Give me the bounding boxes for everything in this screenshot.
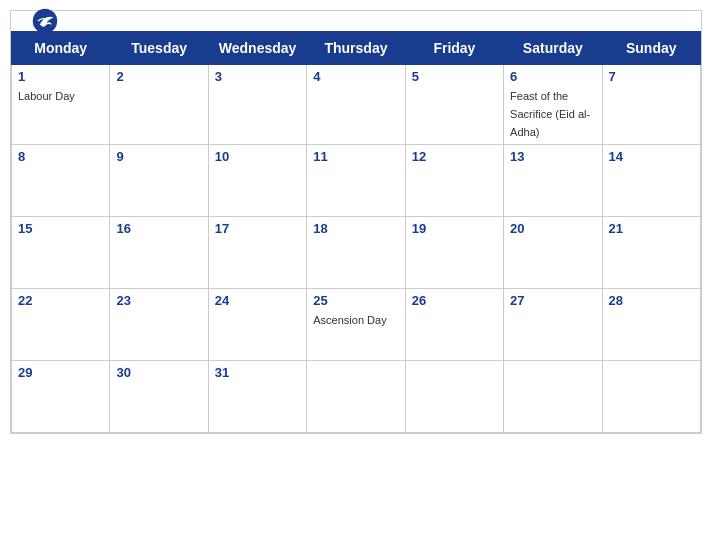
day-number: 10 bbox=[215, 149, 300, 164]
day-number: 20 bbox=[510, 221, 595, 236]
week-row-5: 293031 bbox=[12, 361, 701, 433]
calendar-cell: 12 bbox=[405, 145, 503, 217]
day-number: 12 bbox=[412, 149, 497, 164]
week-row-3: 15161718192021 bbox=[12, 217, 701, 289]
day-number: 14 bbox=[609, 149, 694, 164]
day-number: 31 bbox=[215, 365, 300, 380]
calendar-cell: 10 bbox=[208, 145, 306, 217]
calendar-cell bbox=[405, 361, 503, 433]
calendar-cell: 5 bbox=[405, 65, 503, 145]
calendar-cell: 25Ascension Day bbox=[307, 289, 405, 361]
day-number: 24 bbox=[215, 293, 300, 308]
calendar-cell: 21 bbox=[602, 217, 700, 289]
calendar-cell: 22 bbox=[12, 289, 110, 361]
day-number: 5 bbox=[412, 69, 497, 84]
calendar-cell: 3 bbox=[208, 65, 306, 145]
calendar-cell: 4 bbox=[307, 65, 405, 145]
day-number: 28 bbox=[609, 293, 694, 308]
calendar-cell: 20 bbox=[504, 217, 602, 289]
calendar-cell: 17 bbox=[208, 217, 306, 289]
calendar-container: MondayTuesdayWednesdayThursdayFridaySatu… bbox=[10, 10, 702, 434]
calendar-header bbox=[11, 11, 701, 31]
day-number: 22 bbox=[18, 293, 103, 308]
calendar-cell: 29 bbox=[12, 361, 110, 433]
day-number: 2 bbox=[116, 69, 201, 84]
day-number: 19 bbox=[412, 221, 497, 236]
day-number: 23 bbox=[116, 293, 201, 308]
week-row-2: 891011121314 bbox=[12, 145, 701, 217]
calendar-cell: 19 bbox=[405, 217, 503, 289]
calendar-cell: 30 bbox=[110, 361, 208, 433]
calendar-cell: 27 bbox=[504, 289, 602, 361]
day-number: 8 bbox=[18, 149, 103, 164]
day-number: 3 bbox=[215, 69, 300, 84]
weekday-header-sunday: Sunday bbox=[602, 32, 700, 65]
day-number: 1 bbox=[18, 69, 103, 84]
day-number: 9 bbox=[116, 149, 201, 164]
calendar-cell: 2 bbox=[110, 65, 208, 145]
day-number: 6 bbox=[510, 69, 595, 84]
weekday-header-saturday: Saturday bbox=[504, 32, 602, 65]
holiday-label: Feast of the Sacrifice (Eid al-Adha) bbox=[510, 90, 590, 138]
logo-bird-icon bbox=[31, 7, 59, 35]
calendar-cell: 9 bbox=[110, 145, 208, 217]
weekday-header-monday: Monday bbox=[12, 32, 110, 65]
holiday-label: Ascension Day bbox=[313, 314, 386, 326]
day-number: 25 bbox=[313, 293, 398, 308]
weekday-header-tuesday: Tuesday bbox=[110, 32, 208, 65]
day-number: 17 bbox=[215, 221, 300, 236]
day-number: 30 bbox=[116, 365, 201, 380]
calendar-cell: 11 bbox=[307, 145, 405, 217]
weekday-header-friday: Friday bbox=[405, 32, 503, 65]
calendar-cell: 13 bbox=[504, 145, 602, 217]
week-row-1: 1Labour Day23456Feast of the Sacrifice (… bbox=[12, 65, 701, 145]
weekday-header-wednesday: Wednesday bbox=[208, 32, 306, 65]
calendar-cell bbox=[602, 361, 700, 433]
day-number: 16 bbox=[116, 221, 201, 236]
calendar-cell bbox=[307, 361, 405, 433]
week-row-4: 22232425Ascension Day262728 bbox=[12, 289, 701, 361]
calendar-cell: 6Feast of the Sacrifice (Eid al-Adha) bbox=[504, 65, 602, 145]
calendar-cell bbox=[504, 361, 602, 433]
calendar-cell: 1Labour Day bbox=[12, 65, 110, 145]
day-number: 29 bbox=[18, 365, 103, 380]
calendar-cell: 26 bbox=[405, 289, 503, 361]
calendar-cell: 31 bbox=[208, 361, 306, 433]
calendar-cell: 23 bbox=[110, 289, 208, 361]
day-number: 21 bbox=[609, 221, 694, 236]
calendar-grid: MondayTuesdayWednesdayThursdayFridaySatu… bbox=[11, 31, 701, 433]
holiday-label: Labour Day bbox=[18, 90, 75, 102]
calendar-cell: 24 bbox=[208, 289, 306, 361]
day-number: 15 bbox=[18, 221, 103, 236]
day-number: 18 bbox=[313, 221, 398, 236]
day-number: 11 bbox=[313, 149, 398, 164]
logo bbox=[31, 7, 63, 35]
day-number: 7 bbox=[609, 69, 694, 84]
calendar-cell: 7 bbox=[602, 65, 700, 145]
weekday-header-thursday: Thursday bbox=[307, 32, 405, 65]
day-number: 13 bbox=[510, 149, 595, 164]
calendar-cell: 16 bbox=[110, 217, 208, 289]
calendar-cell: 8 bbox=[12, 145, 110, 217]
calendar-cell: 28 bbox=[602, 289, 700, 361]
day-number: 4 bbox=[313, 69, 398, 84]
weekday-header-row: MondayTuesdayWednesdayThursdayFridaySatu… bbox=[12, 32, 701, 65]
calendar-cell: 14 bbox=[602, 145, 700, 217]
calendar-cell: 15 bbox=[12, 217, 110, 289]
day-number: 27 bbox=[510, 293, 595, 308]
day-number: 26 bbox=[412, 293, 497, 308]
calendar-cell: 18 bbox=[307, 217, 405, 289]
